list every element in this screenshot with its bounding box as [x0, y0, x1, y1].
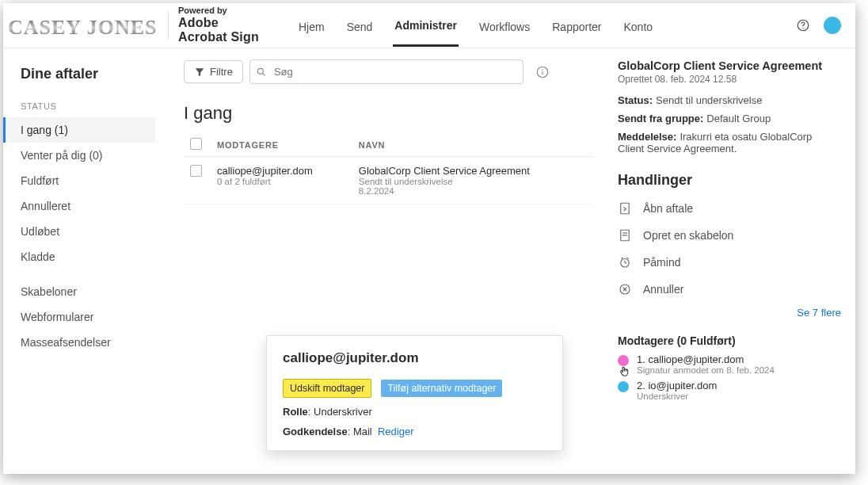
nav-manage[interactable]: Administrer: [393, 4, 459, 47]
select-all-checkbox[interactable]: [190, 138, 202, 150]
funnel-icon: [194, 67, 205, 78]
row-name: GlobalCorp Client Service Agreement: [359, 165, 586, 177]
nav-home[interactable]: Hjem: [297, 6, 326, 46]
recipient-popover: calliope@jupiter.dom Udskift modtager Ti…: [266, 335, 563, 451]
watermark: CASEY JONES: [8, 16, 157, 40]
recipients-heading: Modtagere (0 Fuldført): [618, 334, 841, 347]
nav-account[interactable]: Konto: [622, 6, 655, 46]
row-recipient-sub: 0 af 2 fuldført: [217, 177, 346, 186]
brand-line1: Adobe: [178, 16, 259, 30]
recipient-row[interactable]: 2. io@jupiter.dom Underskriver: [618, 380, 841, 401]
row-checkbox[interactable]: [190, 165, 202, 177]
filter-label: Filtre: [210, 66, 233, 78]
recip1-sub: Signatur anmodet om 8. feb. 2024: [637, 365, 775, 375]
agreement-table: MODTAGERE NAVN calliope@jupiter.dom 0 af…: [184, 133, 592, 204]
recipient-row[interactable]: 1. calliope@jupiter.dom Signatur anmodet…: [618, 353, 841, 375]
brand-line2: Acrobat Sign: [178, 30, 259, 44]
action-open[interactable]: Åbn aftale: [618, 195, 841, 222]
clock-icon: [618, 255, 632, 269]
action-remind-label: Påmind: [643, 256, 680, 269]
sidebar: Dine aftaler STATUS I gang (1) Venter på…: [3, 48, 162, 474]
col-name[interactable]: NAVN: [352, 133, 592, 157]
recip2-name: io@jupiter.dom: [648, 380, 717, 391]
popover-auth-k: Godkendelse: [283, 426, 348, 437]
brand-powered: Powered by: [178, 6, 259, 16]
popover-title: calliope@jupiter.dom: [283, 350, 546, 366]
table-row[interactable]: calliope@jupiter.dom 0 af 2 fuldført Glo…: [184, 157, 592, 204]
search-icon: [256, 67, 267, 78]
sidebar-item-completed[interactable]: Fuldført: [3, 168, 155, 193]
message-k: Meddelelse:: [618, 131, 676, 143]
search-wrap: [249, 59, 523, 84]
sidebar-item-waiting[interactable]: Venter på dig (0): [3, 143, 155, 168]
recip2-num: 2.: [637, 380, 645, 391]
action-cancel-label: Annuller: [643, 283, 683, 296]
row-recipient: calliope@jupiter.dom: [217, 165, 346, 177]
col-recipients[interactable]: MODTAGERE: [211, 133, 352, 157]
page-title: Dine aftaler: [3, 63, 155, 82]
sidebar-item-expired[interactable]: Udløbet: [3, 219, 155, 244]
details-pane: GlobalCorp Client Service Agreement Opre…: [600, 48, 855, 474]
action-template-label: Opret en skabelon: [643, 229, 733, 242]
replace-recipient-button[interactable]: Udskift modtager: [283, 379, 371, 398]
action-remind[interactable]: Påmind: [618, 249, 841, 276]
action-template[interactable]: Opret en skabelon: [618, 222, 841, 249]
nav-workflows[interactable]: Workflows: [478, 6, 531, 46]
actions-heading: Handlinger: [618, 172, 841, 189]
svg-point-2: [257, 68, 263, 74]
avatar[interactable]: [824, 17, 841, 34]
sidebar-item-inprogress[interactable]: I gang (1): [3, 117, 155, 143]
popover-auth-v: Mail: [353, 426, 372, 437]
svg-point-6: [542, 69, 543, 71]
recip1-num: 1.: [637, 353, 645, 365]
document-icon: [618, 228, 632, 242]
file-arrow-icon: [618, 201, 632, 216]
status-k: Status:: [618, 94, 653, 106]
popover-role-k: Rolle: [283, 406, 308, 418]
main-nav: Hjem Send Administrer Workflows Rapporte…: [297, 4, 654, 47]
recipient-dot-icon: [618, 381, 629, 392]
see-more-link[interactable]: Se 7 flere: [797, 307, 841, 319]
popover-edit-link[interactable]: Rediger: [378, 426, 414, 437]
svg-line-14: [622, 258, 623, 259]
section-title: I gang: [184, 103, 592, 124]
recip1-name: calliope@jupiter.dom: [648, 353, 744, 365]
help-icon[interactable]: [795, 17, 811, 33]
sidebar-item-cancelled[interactable]: Annulleret: [3, 193, 155, 219]
svg-line-15: [626, 258, 628, 259]
nav-send[interactable]: Send: [345, 6, 375, 46]
group-k: Sendt fra gruppe:: [618, 113, 703, 124]
recip2-sub: Underskriver: [637, 391, 717, 401]
action-open-label: Åbn aftale: [643, 202, 693, 215]
close-circle-icon: [618, 282, 632, 296]
add-alternate-button[interactable]: Tilføj alternativ modtager: [381, 380, 502, 397]
info-icon[interactable]: [535, 64, 550, 80]
popover-role-v: Underskriver: [314, 406, 372, 418]
svg-point-1: [802, 28, 803, 29]
agreement-title: GlobalCorp Client Service Agreement: [618, 59, 841, 72]
sidebar-item-templates[interactable]: Skabeloner: [3, 279, 155, 304]
row-name-sub1: Sendt til underskrivelse: [359, 177, 586, 186]
cursor-hand-icon: [618, 365, 632, 379]
sidebar-status-label: STATUS: [3, 101, 155, 117]
brand: Powered by Adobe Acrobat Sign: [168, 6, 259, 44]
status-v: Sendt til underskrivelse: [656, 94, 762, 106]
row-name-sub2: 8.2.2024: [359, 186, 586, 196]
sidebar-item-bulk[interactable]: Masseafsendelser: [3, 330, 155, 355]
center: Filtre I gang MODTAGERE: [162, 48, 600, 474]
sidebar-item-draft[interactable]: Kladde: [3, 244, 155, 269]
sidebar-item-webforms[interactable]: Webformularer: [3, 304, 155, 330]
search-input[interactable]: [249, 59, 523, 84]
nav-reports[interactable]: Rapporter: [550, 6, 603, 46]
filter-button[interactable]: Filtre: [184, 60, 243, 83]
svg-line-3: [262, 73, 265, 75]
agreement-created: Oprettet 08. feb. 2024 12.58: [618, 74, 841, 85]
action-cancel[interactable]: Annuller: [618, 276, 841, 303]
group-v: Default Group: [706, 113, 771, 124]
